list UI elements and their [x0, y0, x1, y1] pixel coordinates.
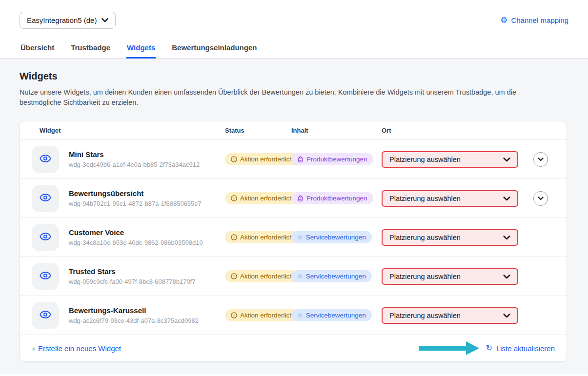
- alert-icon: [231, 156, 237, 162]
- table-row: Bewertungs-Karussell wdg-ac2c6f79-93ce-4…: [20, 296, 567, 335]
- widget-name: Trusted Stars: [69, 267, 225, 276]
- star-icon: ☆: [297, 273, 303, 279]
- status-label: Aktion erforderlich: [240, 312, 293, 319]
- status-label: Aktion erforderlich: [240, 273, 293, 280]
- table-header-row: Widget Status Inhalt Ort: [20, 121, 567, 140]
- page-title: Widgets: [20, 71, 568, 82]
- column-header-inhalt: Inhalt: [291, 127, 382, 134]
- eye-icon: [40, 270, 51, 283]
- page-description: Nutze unsere Widgets, um deinen Kunden e…: [20, 87, 559, 108]
- annotation-arrow: [419, 341, 479, 355]
- tab-widgets[interactable]: Widgets: [126, 43, 156, 58]
- chevron-down-icon: [503, 195, 510, 202]
- star-icon: ☆: [297, 312, 303, 318]
- preview-eye-button[interactable]: [32, 224, 59, 251]
- table-row: Mini Stars wdg-3edc49b6-a1ef-4e0a-bb85-2…: [20, 140, 567, 179]
- content-label: Servicebewertungen: [306, 234, 366, 241]
- column-header-widget: Widget: [32, 127, 225, 134]
- placement-label: Platzierung auswählen: [389, 273, 461, 280]
- tab-trustbadge[interactable]: Trustbadge: [70, 43, 111, 58]
- content-badge: ☆ Servicebewertungen: [291, 231, 372, 243]
- eye-icon: [40, 192, 51, 205]
- tab-uebersicht[interactable]: Übersicht: [20, 43, 55, 58]
- content-badge: Produktbewertungen: [291, 192, 373, 204]
- content-label: Produktbewertungen: [306, 156, 367, 163]
- placement-select[interactable]: Platzierung auswählen: [382, 307, 518, 324]
- placement-select[interactable]: Platzierung auswählen: [382, 190, 518, 207]
- eye-icon: [40, 153, 51, 166]
- top-bar: EasyIntegration5 (de) ⚙ Channel mapping: [0, 0, 588, 29]
- status-badge: Aktion erforderlich: [225, 270, 299, 282]
- shopping-bag-icon: [297, 156, 304, 162]
- placement-label: Platzierung auswählen: [389, 195, 461, 202]
- refresh-icon[interactable]: ↻: [486, 344, 492, 352]
- placement-label: Platzierung auswählen: [389, 234, 461, 241]
- expand-row-button[interactable]: [533, 152, 548, 167]
- placement-label: Platzierung auswählen: [389, 156, 461, 163]
- chevron-down-icon: [101, 18, 108, 22]
- status-badge: Aktion erforderlich: [225, 231, 299, 243]
- alert-icon: [231, 312, 237, 318]
- alert-icon: [231, 195, 237, 201]
- status-badge: Aktion erforderlich: [225, 309, 299, 321]
- widget-name: Customer Voice: [69, 228, 225, 237]
- table-row: Customer Voice wdg-34c8a10e-b53c-40dc-98…: [20, 218, 567, 257]
- widget-id: wdg-94b702c1-95c1-4872-b87a-1f68850655e7: [69, 200, 225, 207]
- tab-bar: Übersicht Trustbadge Widgets Bewertungse…: [0, 43, 588, 59]
- column-header-status: Status: [225, 127, 291, 134]
- widget-id: wdg-059c9cfc-fa00-497f-8bc8-608778b170f7: [69, 278, 225, 285]
- widgets-table-card: Widget Status Inhalt Ort Mini Stars wdg-…: [20, 121, 567, 362]
- create-widget-link[interactable]: + Erstelle ein neues Widget: [32, 344, 121, 353]
- content-badge: ☆ Servicebewertungen: [291, 309, 372, 321]
- content-label: Servicebewertungen: [306, 273, 366, 280]
- chevron-down-icon: [503, 156, 510, 163]
- status-badge: Aktion erforderlich: [225, 192, 299, 204]
- shopping-bag-icon: [297, 195, 304, 201]
- placement-label: Platzierung auswählen: [389, 312, 461, 319]
- content-label: Produktbewertungen: [306, 195, 367, 202]
- widget-name: Bewertungs-Karussell: [69, 306, 225, 315]
- table-footer: + Erstelle ein neues Widget ↻ Liste aktu…: [20, 335, 567, 361]
- chevron-down-icon: [503, 234, 510, 241]
- widget-id: wdg-34c8a10e-b53c-40dc-9862-086b03598d10: [69, 239, 225, 246]
- gear-icon: ⚙: [500, 16, 507, 24]
- widget-id: wdg-3edc49b6-a1ef-4e0a-bb85-2f73a34ac912: [69, 161, 225, 168]
- status-label: Aktion erforderlich: [240, 195, 293, 202]
- chevron-down-icon: [503, 312, 510, 319]
- alert-icon: [231, 234, 237, 240]
- content-area: Widgets Nutze unsere Widgets, um deinen …: [0, 59, 588, 375]
- chevron-down-icon: [503, 273, 510, 280]
- preview-eye-button[interactable]: [32, 263, 59, 290]
- tab-bewertungseinladungen[interactable]: Bewertungseinladungen: [171, 43, 258, 58]
- channel-selector-dropdown[interactable]: EasyIntegration5 (de): [20, 12, 116, 29]
- star-icon: ☆: [297, 234, 303, 240]
- preview-eye-button[interactable]: [32, 302, 59, 329]
- widget-name: Mini Stars: [69, 150, 225, 158]
- eye-icon: [40, 309, 51, 322]
- chevron-down-icon: [538, 156, 544, 163]
- content-label: Servicebewertungen: [306, 312, 366, 319]
- content-badge: ☆ Servicebewertungen: [291, 270, 372, 282]
- placement-select[interactable]: Platzierung auswählen: [382, 151, 518, 168]
- alert-icon: [231, 273, 237, 279]
- widget-id: wdg-ac2c6f79-93ce-43df-a07a-8c375acd0982: [69, 317, 225, 324]
- placement-select[interactable]: Platzierung auswählen: [382, 268, 518, 285]
- table-row: Bewertungsübersicht wdg-94b702c1-95c1-48…: [20, 179, 567, 218]
- preview-eye-button[interactable]: [32, 185, 59, 212]
- channel-mapping-label: Channel mapping: [511, 16, 568, 24]
- expand-row-button[interactable]: [533, 191, 548, 206]
- status-label: Aktion erforderlich: [240, 156, 293, 163]
- refresh-list-link[interactable]: Liste aktualisieren: [496, 344, 555, 353]
- eye-icon: [40, 231, 51, 244]
- channel-mapping-link[interactable]: ⚙ Channel mapping: [500, 16, 568, 24]
- status-badge: Aktion erforderlich: [225, 153, 299, 165]
- table-row: Trusted Stars wdg-059c9cfc-fa00-497f-8bc…: [20, 257, 567, 296]
- status-label: Aktion erforderlich: [240, 234, 293, 241]
- chevron-down-icon: [538, 195, 544, 202]
- widget-name: Bewertungsübersicht: [69, 189, 225, 198]
- placement-select[interactable]: Platzierung auswählen: [382, 229, 518, 246]
- content-badge: Produktbewertungen: [291, 153, 373, 165]
- column-header-ort: Ort: [382, 127, 530, 134]
- channel-selector-label: EasyIntegration5 (de): [27, 16, 97, 24]
- preview-eye-button[interactable]: [32, 146, 59, 173]
